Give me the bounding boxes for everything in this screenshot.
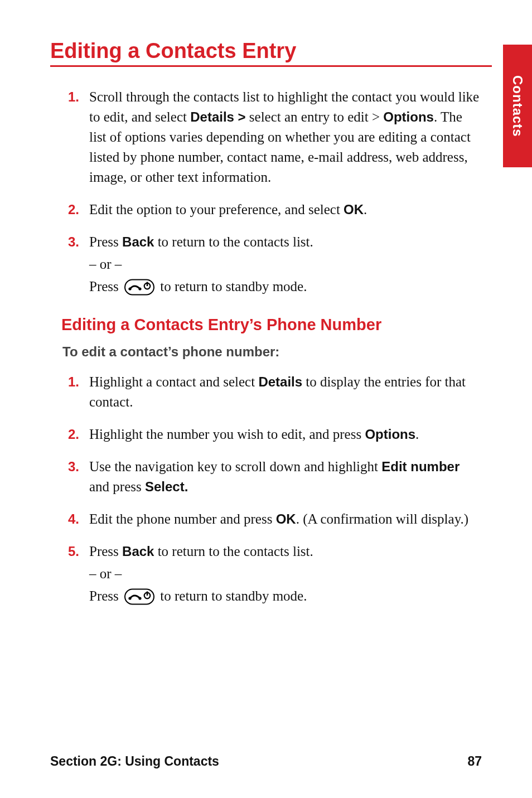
bold-term: Details <box>258 374 302 389</box>
bold-term: Details > <box>190 109 245 124</box>
steps-list-2: 1.Highlight a contact and select Details… <box>50 372 482 606</box>
lead-text: To edit a contact’s phone number: <box>62 344 482 360</box>
footer-page-number: 87 <box>467 754 482 769</box>
bold-term: OK <box>276 511 296 526</box>
step-number: 3. <box>68 457 79 477</box>
end-key-icon <box>124 277 154 297</box>
step-text: Scroll through the contacts list to high… <box>89 87 482 187</box>
step-number: 2. <box>68 424 79 444</box>
bold-term: Select. <box>145 479 188 494</box>
page-footer: Section 2G: Using Contacts 87 <box>50 754 482 769</box>
svg-point-6 <box>128 597 131 599</box>
step-item: 2.Edit the option to your preference, an… <box>89 200 482 220</box>
step-text-after: Press to return to standby mode. <box>89 277 482 297</box>
bold-term: Options <box>383 109 434 124</box>
step-text: Edit the phone number and press OK. (A c… <box>89 509 482 529</box>
bold-term: Edit number <box>381 459 460 474</box>
step-item: 3.Press Back to return to the contacts l… <box>89 232 482 297</box>
step-item: 5.Press Back to return to the contacts l… <box>89 541 482 606</box>
step-number: 1. <box>68 372 79 392</box>
end-key-icon <box>124 586 154 606</box>
step-number: 5. <box>68 541 79 562</box>
step-text-after: Press to return to standby mode. <box>89 586 482 606</box>
step-item: 4.Edit the phone number and press OK. (A… <box>89 509 482 529</box>
step-text: Use the navigation key to scroll down an… <box>89 457 482 497</box>
step-item: 1.Scroll through the contacts list to hi… <box>89 87 482 187</box>
side-tab-label: Contacts <box>510 75 525 137</box>
page: Contacts Editing a Contacts Entry 1.Scro… <box>0 0 532 798</box>
steps-list-1: 1.Scroll through the contacts list to hi… <box>50 87 482 297</box>
title-rule <box>50 65 492 67</box>
page-title: Editing a Contacts Entry <box>50 39 482 63</box>
step-item: 3.Use the navigation key to scroll down … <box>89 457 482 497</box>
step-text: Edit the option to your preference, and … <box>89 200 482 220</box>
bold-term: Options <box>365 427 415 442</box>
bold-term: Back <box>122 234 154 249</box>
step-number: 1. <box>68 87 79 107</box>
step-text: Highlight the number you wish to edit, a… <box>89 424 482 444</box>
step-text: Press Back to return to the contacts lis… <box>89 541 482 562</box>
bold-term: OK <box>344 202 364 217</box>
step-text: Highlight a contact and select Details t… <box>89 372 482 412</box>
step-number: 3. <box>68 232 79 252</box>
step-text: Press Back to return to the contacts lis… <box>89 232 482 252</box>
step-item: 2.Highlight the number you wish to edit,… <box>89 424 482 444</box>
step-item: 1.Highlight a contact and select Details… <box>89 372 482 412</box>
svg-point-7 <box>138 597 141 599</box>
svg-point-2 <box>138 287 141 290</box>
side-tab: Contacts <box>503 45 532 167</box>
step-number: 2. <box>68 200 79 220</box>
svg-point-1 <box>128 287 131 290</box>
footer-section: Section 2G: Using Contacts <box>50 754 219 769</box>
step-number: 4. <box>68 509 79 529</box>
subheading: Editing a Contacts Entry’s Phone Number <box>61 316 482 334</box>
or-line: – or – <box>89 254 482 274</box>
or-line: – or – <box>89 564 482 584</box>
bold-term: Back <box>122 544 154 559</box>
